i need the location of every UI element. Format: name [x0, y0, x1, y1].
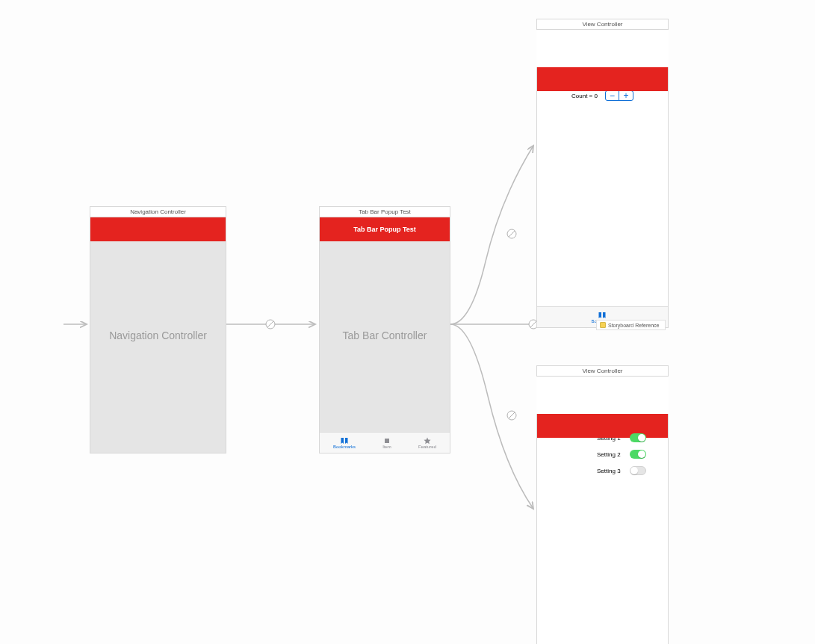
setting-row-2: Setting 2	[597, 450, 668, 459]
setting-switch-3[interactable]	[630, 466, 646, 475]
scene-view-controller-bottom[interactable]: View Controller Random Content Setting 1…	[536, 365, 669, 644]
setting-label: Setting 3	[597, 468, 621, 474]
scene-title: View Controller	[536, 365, 669, 377]
segue-badge	[506, 409, 518, 421]
scene-navigation-controller[interactable]: Navigation Controller Navigation Control…	[90, 206, 226, 453]
controller-type-label: Tab Bar Controller	[343, 329, 427, 341]
stepper-increment[interactable]: +	[619, 91, 633, 100]
tab-label: Bookmarks	[333, 445, 356, 449]
scene-title: Navigation Controller	[90, 206, 226, 217]
scene-title: View Controller	[536, 19, 669, 30]
stepper-decrement[interactable]: −	[606, 91, 619, 100]
bookmarks-icon	[598, 312, 607, 319]
tab-featured[interactable]: Featured	[418, 437, 436, 449]
storyboard-ref-label: Storyboard Reference	[608, 323, 659, 328]
scene-title: Tab Bar Popup Test	[319, 206, 450, 217]
settings-list: Setting 1 Setting 2 Setting 3	[537, 433, 668, 475]
setting-label: Setting 2	[597, 451, 621, 458]
tab-item[interactable]: Item	[382, 437, 391, 449]
tab-bookmarks[interactable]: Bookmarks	[333, 437, 356, 449]
navbar	[90, 217, 226, 241]
svg-rect-9	[385, 439, 389, 443]
storyboard-icon	[600, 322, 606, 328]
navbar	[537, 414, 668, 438]
scene-tabbar-controller[interactable]: Tab Bar Popup Test Tab Bar Popup Test Ta…	[319, 206, 450, 453]
storyboard-reference[interactable]: Storyboard Reference	[596, 320, 666, 330]
setting-row-3: Setting 3	[597, 466, 668, 475]
tabbar: Bookmarks Item Featured	[320, 432, 450, 453]
navbar-title: Tab Bar Popup Test	[353, 226, 416, 233]
count-row: Count = 0 − +	[537, 90, 668, 101]
star-icon	[423, 437, 432, 445]
segue-badge	[506, 228, 518, 240]
navbar: Tab Bar Popup Test	[320, 217, 450, 241]
count-label: Count = 0	[571, 93, 598, 99]
tab-label: Item	[382, 445, 391, 449]
segue-badge	[264, 318, 276, 330]
bookmarks-icon	[340, 437, 349, 445]
tab-label: Featured	[418, 445, 436, 449]
setting-switch-1[interactable]	[630, 433, 646, 442]
navbar	[537, 67, 668, 91]
square-icon	[382, 437, 391, 445]
scene-view-controller-top[interactable]: View Controller Random Content Count = 0…	[536, 19, 669, 328]
count-stepper[interactable]: − +	[605, 90, 633, 101]
setting-switch-2[interactable]	[630, 450, 646, 459]
controller-type-label: Navigation Controller	[109, 329, 207, 341]
